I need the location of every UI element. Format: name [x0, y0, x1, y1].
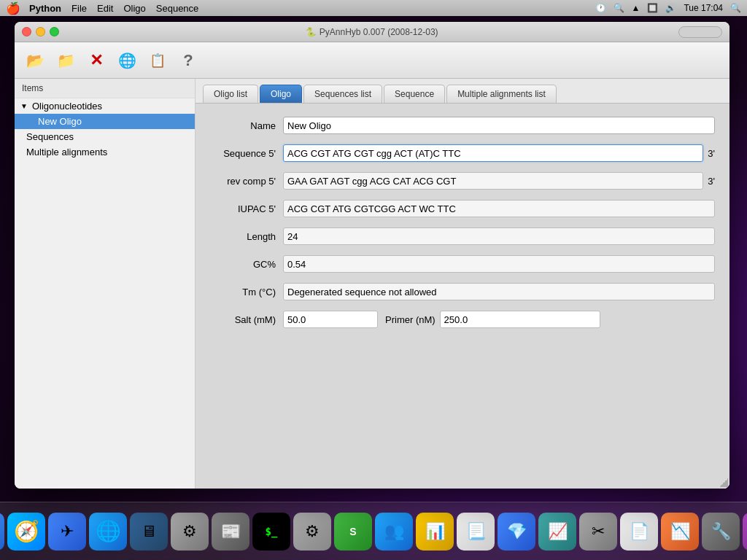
sidebar-header: Items: [15, 79, 195, 98]
dock-grapher[interactable]: 📊: [416, 513, 454, 551]
revcomp-row: rev comp 5' GAA GAT AGT cgg ACG CAT ACG …: [210, 171, 715, 191]
sequence-row: Sequence 5' 3': [210, 143, 715, 163]
title-bar: 🐍 PyAnnHyb 0.007 (2008-12-03): [15, 22, 729, 42]
dock-app3[interactable]: 📰: [212, 513, 249, 551]
minimize-button[interactable]: [36, 27, 45, 36]
name-label: Name: [210, 120, 283, 131]
sidebar-group-label: Oligonucleotides: [32, 101, 102, 112]
dock-app7[interactable]: 📈: [538, 513, 576, 551]
menu-file[interactable]: File: [71, 3, 87, 14]
dock-app6[interactable]: 💎: [498, 513, 535, 551]
traffic-lights: [22, 27, 59, 36]
sidebar-item-sequences[interactable]: Sequences: [15, 129, 195, 144]
revcomp-prime-label: 3': [708, 176, 715, 187]
gc-value: 0.54: [283, 255, 715, 273]
revcomp-value: GAA GAT AGT cgg ACG CAT ACG CGT: [283, 172, 703, 190]
dock-app9[interactable]: 📄: [620, 513, 658, 551]
tm-value: Degenerated sequence not allowed: [283, 283, 715, 300]
help-button[interactable]: ?: [175, 47, 201, 74]
dock-nav[interactable]: ✈: [48, 513, 86, 551]
resize-handle[interactable]: [719, 478, 728, 487]
zoom-button[interactable]: [50, 27, 59, 36]
sidebar-item-oligonucleotides[interactable]: ▼ Oligonucleotides: [15, 98, 195, 114]
sidebar-item-new-oligo[interactable]: New Oligo: [15, 114, 195, 129]
sequence-input[interactable]: [283, 144, 703, 162]
app-window: 🐍 PyAnnHyb 0.007 (2008-12-03) 📂 📁 ✕ 🌐 📋 …: [15, 22, 729, 489]
dock-terminal[interactable]: $_: [252, 513, 290, 551]
salt-input[interactable]: [283, 311, 378, 328]
name-row: Name: [210, 115, 715, 136]
dock-app10[interactable]: 📉: [661, 513, 699, 551]
window-title: 🐍 PyAnnHyb 0.007 (2008-12-03): [306, 27, 438, 37]
tab-oligo[interactable]: Oligo: [260, 85, 302, 103]
delete-button[interactable]: ✕: [83, 47, 109, 74]
apple-menu[interactable]: 🍎: [6, 1, 20, 15]
tab-sequences-list[interactable]: Sequences list: [303, 85, 382, 103]
dock-safari[interactable]: 🧭: [7, 513, 45, 551]
menu-edit[interactable]: Edit: [97, 3, 113, 14]
iupac-value: ACG CGT ATG CGTCGG ACT WC TTC: [283, 200, 715, 217]
dock-app5[interactable]: 📃: [457, 513, 495, 551]
sidebar-item-multiple-alignments[interactable]: Multiple alignments: [15, 144, 195, 160]
sidebar-item-label: New Oligo: [38, 116, 82, 127]
dock-users[interactable]: 👥: [375, 513, 413, 551]
sequence-label: Sequence 5': [210, 148, 283, 159]
folder-button[interactable]: 📁: [53, 47, 79, 74]
primer-label: Primer (nM): [385, 314, 436, 325]
menubar: 🍎 Python File Edit Oligo Sequence 🕐 🔍 ▲ …: [0, 0, 747, 16]
dock-server[interactable]: S: [334, 513, 372, 551]
menu-python[interactable]: Python: [29, 3, 61, 14]
menubar-spotlight-icon[interactable]: 🔍: [730, 3, 741, 13]
length-label: Length: [210, 231, 283, 242]
sequence-prime-label: 3': [708, 148, 715, 159]
primer-input[interactable]: [440, 311, 600, 328]
arrow-icon: ▼: [20, 102, 28, 110]
edit-button[interactable]: 📋: [144, 47, 171, 74]
form-area: Name Sequence 5' 3' rev comp 5' GAA GAT …: [196, 103, 729, 489]
length-value: 24: [283, 228, 715, 245]
menu-sequence[interactable]: Sequence: [156, 3, 199, 14]
iupac-row: IUPAC 5' ACG CGT ATG CGTCGG ACT WC TTC: [210, 198, 715, 219]
right-panel: Oligo list Oligo Sequences list Sequence…: [196, 79, 729, 489]
gc-label: GC%: [210, 259, 283, 270]
dock-app12[interactable]: 🌀: [743, 513, 747, 551]
window-controls: [678, 26, 722, 38]
tab-oligo-list[interactable]: Oligo list: [203, 85, 258, 103]
tab-sequence[interactable]: Sequence: [384, 85, 445, 103]
gc-row: GC% 0.54: [210, 254, 715, 274]
salt-label: Salt (mM): [210, 314, 283, 325]
menubar-time: Tue 17:04: [684, 3, 723, 13]
revcomp-label: rev comp 5': [210, 176, 283, 187]
sidebar: Items ▼ Oligonucleotides New Oligo Seque…: [15, 79, 196, 489]
menubar-display-icon: 🔲: [647, 3, 658, 13]
menu-oligo[interactable]: Oligo: [123, 3, 145, 14]
dock: 🖥 🧭 ✈ 🌐 🖥 ⚙ 📰 $_ ⚙ S 👥 📊 📃 💎 📈 ✂ 📄 📉 🔧 🌀: [0, 502, 747, 560]
dock-finder[interactable]: 🖥: [0, 513, 4, 551]
dock-app8[interactable]: ✂: [579, 513, 617, 551]
toolbar: 📂 📁 ✕ 🌐 📋 ?: [15, 42, 729, 79]
open-folder-button[interactable]: 📂: [22, 47, 48, 74]
name-input[interactable]: [283, 117, 715, 134]
dock-system-prefs[interactable]: ⚙: [293, 513, 331, 551]
menubar-volume-icon: 🔊: [665, 3, 676, 13]
menubar-clock-icon: 🕐: [595, 3, 606, 13]
main-content: Items ▼ Oligonucleotides New Oligo Seque…: [15, 79, 729, 489]
iupac-label: IUPAC 5': [210, 203, 283, 214]
sidebar-alignments-label: Multiple alignments: [26, 147, 107, 158]
dock-app2[interactable]: ⚙: [171, 513, 209, 551]
tab-multiple-alignments-list[interactable]: Multiple alignments list: [446, 85, 557, 103]
menubar-search-icon[interactable]: 🔍: [614, 3, 624, 13]
close-button[interactable]: [22, 27, 31, 36]
tm-label: Tm (°C): [210, 287, 283, 298]
dock-app11[interactable]: 🔧: [702, 513, 740, 551]
salt-row: Salt (mM) Primer (nM): [210, 309, 715, 330]
menubar-eject-icon: ▲: [632, 3, 640, 13]
dock-app1[interactable]: 🖥: [130, 513, 168, 551]
tm-row: Tm (°C) Degenerated sequence not allowed: [210, 281, 715, 302]
globe-button[interactable]: 🌐: [114, 47, 140, 74]
tabs-bar: Oligo list Oligo Sequences list Sequence…: [196, 79, 729, 103]
length-row: Length 24: [210, 226, 715, 246]
sidebar-sequences-label: Sequences: [26, 131, 74, 142]
dock-network[interactable]: 🌐: [89, 513, 127, 551]
